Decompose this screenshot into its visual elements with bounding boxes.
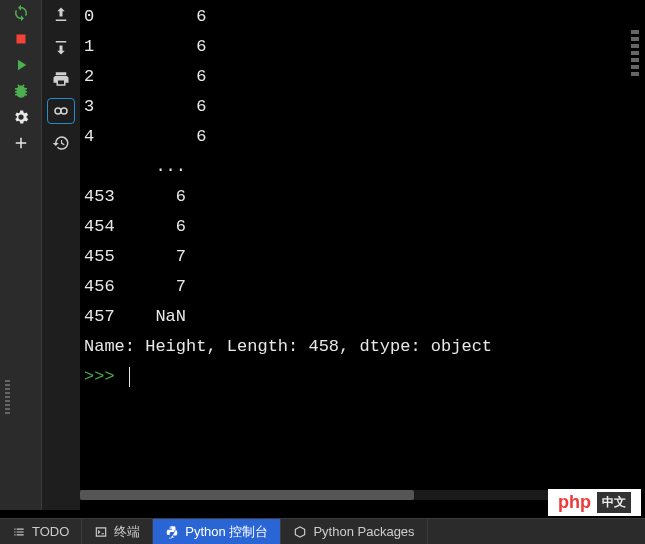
svg-point-2 — [61, 108, 67, 114]
history-icon[interactable] — [47, 130, 75, 156]
watermark-php: php — [558, 492, 591, 513]
list-icon — [12, 525, 26, 539]
table-row: 453 6 — [84, 182, 641, 212]
console-toolbar — [42, 0, 80, 510]
reading-mode-icon[interactable] — [47, 98, 75, 124]
table-row: 456 7 — [84, 272, 641, 302]
caret — [129, 367, 130, 387]
svg-rect-0 — [16, 35, 25, 44]
table-row: 1 6 — [84, 32, 641, 62]
table-row: 2 6 — [84, 62, 641, 92]
tab-label: TODO — [32, 524, 69, 539]
scrollbar-thumb[interactable] — [80, 490, 414, 500]
tab-label: 终端 — [114, 523, 140, 541]
minimap-mark — [631, 51, 639, 55]
import-down-icon[interactable] — [47, 34, 75, 60]
table-row: 455 7 — [84, 242, 641, 272]
rerun-icon[interactable] — [10, 2, 32, 24]
minimap-mark — [631, 44, 639, 48]
python-console-output[interactable]: 0 6 1 6 2 6 3 6 4 6 ... 453 6 454 6 455 … — [80, 0, 645, 510]
run-toolbar — [0, 0, 42, 510]
run-icon[interactable] — [10, 54, 32, 76]
tab-label: Python Packages — [313, 524, 414, 539]
minimap-mark — [631, 72, 639, 76]
table-row: 4 6 — [84, 122, 641, 152]
python-icon — [165, 525, 179, 539]
ellipsis: ... — [84, 152, 641, 182]
minimap[interactable] — [631, 30, 643, 120]
svg-point-1 — [55, 108, 61, 114]
tab-terminal[interactable]: 终端 — [82, 519, 153, 544]
debug-icon[interactable] — [10, 80, 32, 102]
packages-icon — [293, 525, 307, 539]
minimap-mark — [631, 58, 639, 62]
tool-window-tabs: TODO 终端 Python 控制台 Python Packages — [0, 518, 645, 544]
table-row: 454 6 — [84, 212, 641, 242]
minimap-mark — [631, 65, 639, 69]
tab-python-console[interactable]: Python 控制台 — [153, 519, 281, 544]
table-row: 0 6 — [84, 2, 641, 32]
settings-icon[interactable] — [10, 106, 32, 128]
prompt-line[interactable]: >>> — [84, 362, 641, 392]
table-row: 3 6 — [84, 92, 641, 122]
export-up-icon[interactable] — [47, 2, 75, 28]
series-summary: Name: Height, Length: 458, dtype: object — [84, 332, 641, 362]
table-row: 457 NaN — [84, 302, 641, 332]
add-icon[interactable] — [10, 132, 32, 154]
minimap-mark — [631, 30, 639, 34]
watermark-cn: 中文 — [597, 492, 631, 513]
tab-label: Python 控制台 — [185, 523, 268, 541]
stop-icon[interactable] — [10, 28, 32, 50]
minimap-mark — [631, 37, 639, 41]
drag-handle-icon[interactable] — [5, 380, 10, 416]
print-icon[interactable] — [47, 66, 75, 92]
watermark: php 中文 — [548, 489, 641, 516]
tab-python-packages[interactable]: Python Packages — [281, 519, 427, 544]
tab-todo[interactable]: TODO — [0, 519, 82, 544]
terminal-icon — [94, 525, 108, 539]
